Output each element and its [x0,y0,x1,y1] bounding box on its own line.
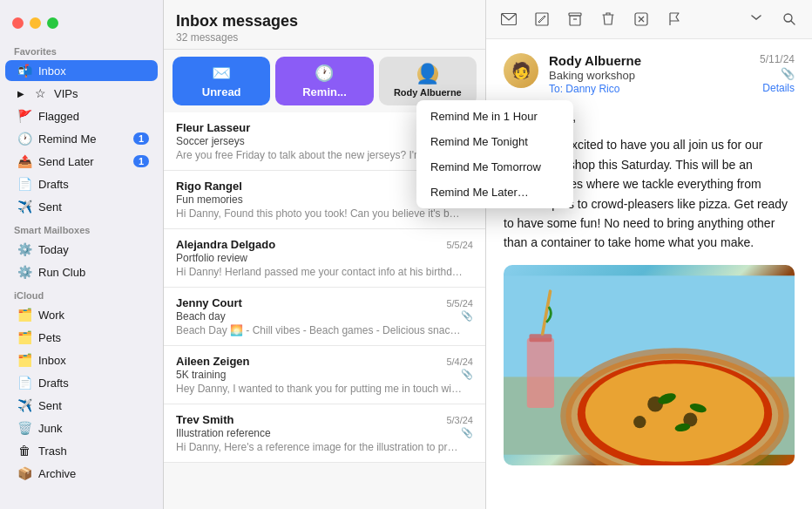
message-subject: 5K training 📎 [176,369,473,381]
message-list-title: Inbox messages [176,12,473,31]
sidebar-item-icloud-sent[interactable]: ✈️ Sent [5,395,158,416]
svg-point-13 [633,416,646,428]
remind-tonight[interactable]: Remind Me Tonight [416,129,573,154]
message-preview: Beach Day 🌅 - Chill vibes - Beach games … [176,324,464,336]
sidebar-item-label: Trash [38,445,67,458]
sidebar-item-label: Send Later [38,155,94,168]
message-item[interactable]: Jenny Court 5/5/24 Beach day 📎 Beach Day… [164,288,485,346]
run-club-icon: ⚙️ [17,265,31,279]
sidebar-item-run-club[interactable]: ⚙️ Run Club [5,261,158,282]
message-header: Trev Smith 5/3/24 [176,413,473,426]
filter-remind-label: Remin... [302,85,347,98]
message-preview: Hi Danny, Found this photo you took! Can… [176,207,464,220]
remind-tomorrow[interactable]: Remind Me Tomorrow [416,154,573,180]
sidebar-item-trash[interactable]: 🗑 Trash [5,440,158,461]
sidebar-item-pets[interactable]: 🗂️ Pets [5,327,158,348]
sidebar-item-label: Drafts [38,377,69,390]
maximize-button[interactable] [47,17,58,29]
sidebar-item-label: Sent [38,399,62,412]
disclosure-icon: ▶ [17,89,24,98]
sidebar-item-flagged[interactable]: 🚩 Flagged [5,105,158,126]
more-toolbar-icon[interactable] [746,9,767,30]
archive-icon: 📦 [17,466,31,480]
remind-me-badge: 1 [133,132,149,145]
sidebar-item-inbox[interactable]: 📬 Inbox [5,60,158,81]
mail-toolbar-icon[interactable] [498,9,519,30]
icloud-section-label: iCloud [0,283,163,303]
rody-avatar-small: 👤 [417,64,438,85]
email-date: 5/11/24 [760,53,795,65]
message-subject: Portfolio review [176,252,473,264]
close-button[interactable] [12,17,24,29]
archive-toolbar-icon[interactable] [565,9,585,30]
email-attachment-icon: 📎 [760,67,795,80]
sidebar-item-label: Today [38,243,69,256]
flag-icon: 🚩 [17,109,31,123]
icloud-inbox-icon: 🗂️ [17,353,31,367]
compose-toolbar-icon[interactable] [531,9,552,30]
sidebar-item-label: Inbox [38,64,66,78]
message-header: Alejandra Delgado 5/5/24 [176,238,473,251]
sidebar-item-icloud-inbox[interactable]: 🗂️ Inbox [5,350,158,370]
sidebar-item-label: Junk [38,422,62,435]
sidebar-item-label: Sent [38,200,62,214]
svg-rect-19 [529,334,551,342]
send-later-badge: 1 [133,155,149,167]
email-header: 🧑 Rody Albuerne Baking workshop To: Dann… [504,53,795,95]
star-icon: ☆ [33,86,47,100]
sidebar-item-sent[interactable]: ✈️ Sent [5,196,158,217]
attachment-icon: 📎 [461,310,473,322]
detail-pane: 🧑 Rody Albuerne Baking workshop To: Dann… [486,0,812,509]
message-item[interactable]: Alejandra Delgado 5/5/24 Portfolio revie… [164,229,485,288]
folder-pets-icon: 🗂️ [17,330,31,344]
svg-rect-3 [570,16,580,25]
sidebar-item-drafts[interactable]: 📄 Drafts [5,173,158,194]
email-subject: Baking workshop [549,69,749,82]
junk-icon: 🗑️ [17,421,31,435]
send-later-icon: 📤 [17,154,31,168]
message-preview: Hi Danny, Here's a reference image for t… [176,441,464,453]
sidebar-item-icloud-drafts[interactable]: 📄 Drafts [5,372,158,393]
message-item[interactable]: Aileen Zeigen 5/4/24 5K training 📎 Hey D… [164,346,485,404]
sidebar-item-label: Flagged [38,110,79,123]
svg-point-10 [585,363,764,462]
sidebar-item-vips[interactable]: ▶ ☆ VIPs [5,83,158,104]
message-sender: Fleur Lasseur [176,121,250,134]
email-image [504,265,795,465]
attachment-icon: 📎 [461,369,473,381]
filter-unread-label: Unread [202,85,241,98]
search-toolbar-icon[interactable] [779,9,800,30]
filter-remind-button[interactable]: 🕐 Remin... [275,57,373,105]
remind-in-1-hour[interactable]: Remind Me in 1 Hour [416,104,573,129]
sidebar-item-label: VIPs [54,87,78,100]
sidebar-item-label: Run Club [38,266,85,279]
message-item[interactable]: Trev Smith 5/3/24 Illustration reference… [164,404,485,463]
message-header: Aileen Zeigen 5/4/24 [176,355,473,368]
sidebar-item-remind-me[interactable]: 🕐 Remind Me 1 [5,128,158,149]
sidebar-item-send-later[interactable]: 📤 Send Later 1 [5,151,158,172]
delete-toolbar-icon[interactable] [631,9,652,30]
to-name[interactable]: Danny Rico [565,83,619,95]
remind-later[interactable]: Remind Me Later… [416,180,573,205]
sidebar-item-label: Pets [38,331,61,344]
email-details-link[interactable]: Details [760,82,795,94]
minimize-button[interactable] [30,17,41,29]
svg-rect-1 [536,13,548,25]
attachment-icon: 📎 [461,427,473,439]
sidebar-item-work[interactable]: 🗂️ Work [5,304,158,325]
message-sender: Aileen Zeigen [176,355,250,368]
sidebar: Favorites 📬 Inbox ▶ ☆ VIPs 🚩 Flagged 🕐 R… [0,0,164,509]
trash-toolbar-icon[interactable] [598,9,619,30]
message-date: 5/5/24 [446,240,473,250]
filter-rody-label: Rody Albuerne [394,87,462,98]
sidebar-item-archive[interactable]: 📦 Archive [5,463,158,484]
filter-unread-button[interactable]: ✉️ Unread [173,57,270,105]
message-preview: Hi Danny! Herland passed me your contact… [176,266,464,278]
filter-rody-button[interactable]: 👤 Rody Albuerne [379,57,477,105]
email-meta: Rody Albuerne Baking workshop To: Danny … [549,53,749,95]
flag-toolbar-icon[interactable] [664,9,685,30]
sidebar-item-junk[interactable]: 🗑️ Junk [5,417,158,438]
sidebar-item-today[interactable]: ⚙️ Today [5,239,158,260]
folder-work-icon: 🗂️ [17,308,31,322]
message-list-header: Inbox messages 32 messages [164,0,485,50]
